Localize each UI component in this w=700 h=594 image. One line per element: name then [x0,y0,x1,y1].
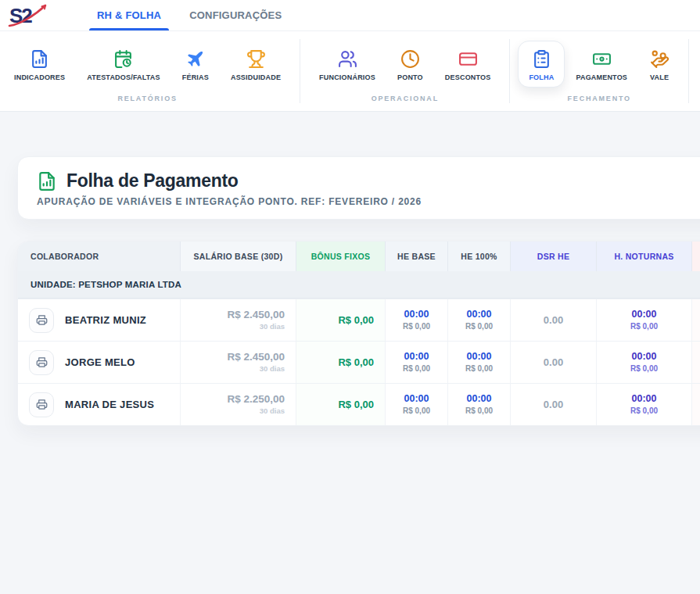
he-base-hours: 00:00 [404,392,429,406]
toolbar-divider [300,39,300,103]
employee-name: JORGE MELO [65,356,135,370]
he-base-amount: R$ 0,00 [403,321,430,332]
tab-rh-folha[interactable]: RH & FOLHA [83,0,175,30]
clock-icon [400,48,420,69]
payroll-doc-icon [37,171,57,191]
toolbar-item-funcionarios[interactable]: FUNCIONÁRIOS [308,41,386,88]
salary-days: 30 dias [260,364,285,374]
file-chart-icon [30,48,50,69]
users-icon [337,48,357,69]
toolbar-item-label: ATESTADOS/FALTAS [87,73,160,81]
print-button[interactable] [29,392,54,417]
toolbar-item-label: FUNCIONÁRIOS [319,73,375,81]
dsr-he-value: 0.00 [544,356,563,370]
column-header-salario-base[interactable]: SALÁRIO BASE (30D) [181,242,296,271]
toolbar-item-label: PAGAMENTOS [576,73,627,81]
tab-configuracoes-label: CONFIGURAÇÕES [189,9,282,21]
column-header-extra[interactable] [692,242,700,271]
toolbar-item-pagamentos[interactable]: PAGAMENTOS [565,41,638,88]
toolbar-item-label: PONTO [397,73,423,81]
module-toolbar: INDICADORES ATESTADOS/FALTAS FÉRIAS [0,31,700,112]
noturnas-amount: R$ 0,00 [630,321,658,332]
hand-coins-icon [649,48,669,69]
toolbar-item-assiduidade[interactable]: ASSIDUIDADE [220,41,292,88]
he-base-hours: 00:00 [404,350,429,363]
toolbar-group-operacional-items: FUNCIONÁRIOS PONTO DESCONTOS [308,41,501,88]
he-100-hours: 00:00 [467,308,492,321]
toolbar-item-label: FOLHA [529,73,554,81]
toolbar-item-descontos[interactable]: DESCONTOS [434,41,502,88]
salary-value: R$ 2.450,00 [227,350,285,364]
table-row: MARIA DE JESUS R$ 2.250,00 30 dias R$ 0,… [18,383,700,425]
toolbar-group-label-fechamento: FECHAMENTO [518,95,680,102]
noturnas-hours: 00:00 [632,392,657,406]
he-base-amount: R$ 0,00 [403,363,430,374]
toolbar-item-ferias[interactable]: FÉRIAS [171,41,220,88]
column-header-colaborador[interactable]: COLABORADOR [18,242,181,271]
he-base-amount: R$ 0,00 [403,406,430,417]
toolbar-divider [688,39,689,103]
noturnas-hours: 00:00 [632,350,657,363]
toolbar-group-relatorios: INDICADORES ATESTADOS/FALTAS FÉRIAS [3,31,292,111]
toolbar-item-atestados-faltas[interactable]: ATESTADOS/FALTAS [76,41,171,88]
salary-value: R$ 2.450,00 [227,308,285,322]
s2-logo[interactable]: S2 [9,4,50,27]
toolbar-item-folha[interactable]: FOLHA [518,41,565,88]
toolbar-group-fechamento: FOLHA PAGAMENTOS VALE [518,31,680,111]
column-header-he-base[interactable]: HE BASE [386,242,448,271]
bonus-value: R$ 0,00 [338,356,374,370]
bonus-value: R$ 0,00 [338,313,374,327]
dsr-he-value: 0.00 [544,398,563,412]
main-content: Folha de Pagamento APURAÇÃO DE VARIÁVEIS… [0,112,700,426]
salary-days: 30 dias [260,322,285,332]
he-base-hours: 00:00 [404,308,429,321]
employee-name: BEATRIZ MUNIZ [65,313,146,327]
column-header-h-noturnas[interactable]: H. NOTURNAS [597,242,692,271]
toolbar-group-label-relatorios: RELATÓRIOS [3,95,292,102]
toolbar-group-relatorios-items: INDICADORES ATESTADOS/FALTAS FÉRIAS [3,41,292,88]
top-navigation-bar: S2 RH & FOLHA CONFIGURAÇÕES [0,0,700,31]
main-tabs: RH & FOLHA CONFIGURAÇÕES [83,0,296,30]
dsr-he-value: 0.00 [544,313,563,327]
toolbar-divider [509,39,510,103]
toolbar-group-operacional: FUNCIONÁRIOS PONTO DESCONTOS OPERACIONAL [308,31,501,111]
column-header-dsr-he[interactable]: DSR HE [511,242,597,271]
print-button[interactable] [29,308,54,333]
toolbar-item-ponto[interactable]: PONTO [386,41,434,88]
page-title: Folha de Pagamento [66,170,239,191]
toolbar-item-label: DESCONTOS [445,73,491,81]
plane-icon [185,48,206,69]
trophy-icon [246,48,266,69]
toolbar-item-label: VALE [650,73,669,81]
calendar-clock-icon [113,48,134,69]
tab-configuracoes[interactable]: CONFIGURAÇÕES [175,0,296,30]
clipboard-icon [531,48,551,69]
noturnas-hours: 00:00 [632,308,657,321]
toolbar-item-vale[interactable]: VALE [638,41,680,88]
salary-value: R$ 2.250,00 [227,392,285,406]
page-header-card: Folha de Pagamento APURAÇÃO DE VARIÁVEIS… [17,156,700,220]
column-header-he-100[interactable]: HE 100% [448,242,511,271]
table-group-row-unidade: UNIDADE: PETSHOP MARIA LTDA [18,271,700,299]
table-row: JORGE MELO R$ 2.450,00 30 dias R$ 0,00 0… [18,341,700,383]
banknote-icon [591,48,612,69]
payroll-table: COLABORADOR SALÁRIO BASE (30D) BÔNUS FIX… [17,241,700,426]
column-header-bonus-fixos[interactable]: BÔNUS FIXOS [296,242,386,271]
credit-card-icon [458,48,478,69]
print-button[interactable] [29,350,54,375]
page-subtitle: APURAÇÃO DE VARIÁVEIS E INTEGRAÇÃO PONTO… [37,196,700,207]
toolbar-group-fechamento-items: FOLHA PAGAMENTOS VALE [518,41,680,88]
bonus-value: R$ 0,00 [338,398,374,412]
toolbar-item-indicadores[interactable]: INDICADORES [3,41,76,88]
employee-name: MARIA DE JESUS [65,398,154,412]
tab-rh-folha-label: RH & FOLHA [97,9,161,21]
toolbar-group-label-operacional: OPERACIONAL [308,95,501,102]
table-row: BEATRIZ MUNIZ R$ 2.450,00 30 dias R$ 0,0… [18,299,700,341]
noturnas-amount: R$ 0,00 [630,406,658,417]
he-100-hours: 00:00 [467,392,492,406]
toolbar-item-label: INDICADORES [14,73,65,81]
toolbar-item-label: FÉRIAS [182,73,209,81]
he-100-hours: 00:00 [467,350,492,363]
he-100-amount: R$ 0,00 [465,321,493,332]
logo-swoosh-icon [6,3,53,30]
